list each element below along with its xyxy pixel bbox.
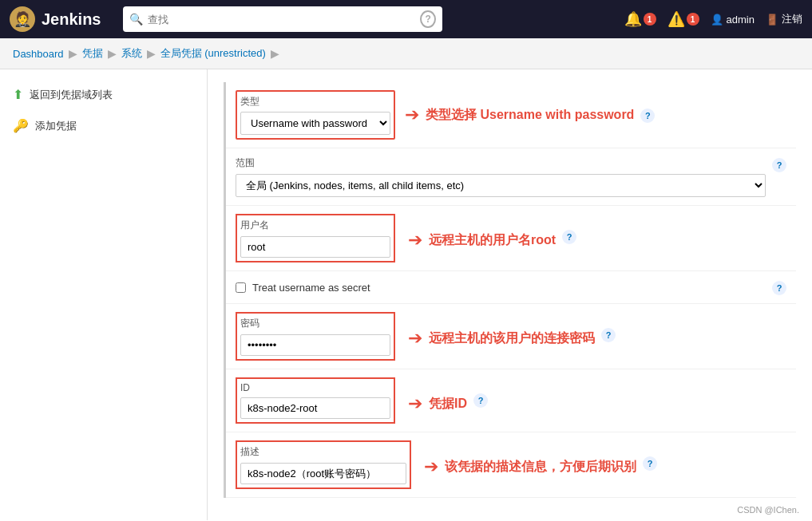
password-help-icon[interactable]: ? <box>601 328 616 342</box>
scope-select[interactable]: 全局 (Jenkins, nodes, items, all child ite… <box>236 174 766 197</box>
type-row: 类型 Username with password ➔ 类型选择 Usernam… <box>226 82 796 148</box>
sidebar-back-label: 返回到凭据域列表 <box>30 88 113 102</box>
type-label: 类型 <box>240 95 390 109</box>
desc-annotation-text: 该凭据的描述信息，方便后期识别 <box>445 459 636 476</box>
checkbox-row: Treat username as secret ? <box>226 271 796 304</box>
scope-row: 范围 全局 (Jenkins, nodes, items, all child … <box>226 148 796 206</box>
type-annotation-text: 类型选择 Username with password <box>426 107 634 124</box>
footer-note: CSDN @IChen. <box>737 505 799 515</box>
password-arrow-icon: ➔ <box>408 328 422 349</box>
breadcrumb-system[interactable]: 系统 <box>121 46 142 61</box>
id-annotation-text: 凭据ID <box>429 396 467 412</box>
admin-button[interactable]: 👤 admin <box>711 14 755 26</box>
breadcrumb-global[interactable]: 全局凭据 (unrestricted) <box>160 46 266 61</box>
type-field-box: 类型 Username with password <box>236 90 395 140</box>
username-row: 用户名 ➔ 远程主机的用户名root ? <box>226 206 796 271</box>
breadcrumb: Dashboard ▶ 凭据 ▶ 系统 ▶ 全局凭据 (unrestricted… <box>0 38 812 69</box>
breadcrumb-dashboard[interactable]: Dashboard <box>13 48 64 60</box>
logout-button[interactable]: 🚪 注销 <box>766 12 802 26</box>
treat-secret-checkbox[interactable] <box>236 282 246 293</box>
id-label: ID <box>240 382 390 393</box>
type-select[interactable]: Username with password <box>240 112 390 135</box>
bell-icon: 🔔 <box>624 10 642 28</box>
logo-text: Jenkins <box>42 10 101 29</box>
breadcrumb-sep-4: ▶ <box>271 47 279 60</box>
username-field-wrap: 用户名 <box>236 214 395 262</box>
id-row: ID ➔ 凭据ID ? <box>226 369 796 432</box>
username-help-icon[interactable]: ? <box>562 230 576 244</box>
form-section: 类型 Username with password ➔ 类型选择 Usernam… <box>224 82 796 498</box>
notifications-button[interactable]: 🔔 1 <box>624 10 656 28</box>
logout-icon: 🚪 <box>766 14 778 26</box>
arrow-up-icon: ⬆ <box>13 87 23 102</box>
breadcrumb-sep-3: ▶ <box>147 47 156 60</box>
username-label: 用户名 <box>240 219 390 232</box>
main-layout: ⬆ 返回到凭据域列表 🔑 添加凭据 类型 Username with passw… <box>0 69 812 520</box>
search-icon: 🔍 <box>129 13 143 26</box>
header-actions: 🔔 1 ⚠️ 1 👤 admin 🚪 注销 <box>624 10 802 28</box>
username-annotation-text: 远程主机的用户名root <box>429 232 556 249</box>
admin-label: admin <box>727 14 755 26</box>
desc-input[interactable] <box>240 463 406 484</box>
scope-label: 范围 <box>236 156 766 170</box>
desc-help-icon[interactable]: ? <box>643 456 657 471</box>
password-row: 密码 ➔ 远程主机的该用户的连接密码 ? <box>226 304 796 369</box>
desc-label: 描述 <box>240 445 406 459</box>
warning-badge: 1 <box>687 13 699 26</box>
search-help-icon[interactable]: ? <box>420 10 436 28</box>
username-input[interactable] <box>240 236 390 258</box>
logout-label: 注销 <box>782 12 802 26</box>
desc-row: 描述 ➔ 该凭据的描述信息，方便后期识别 ? <box>226 432 796 498</box>
sidebar-item-back[interactable]: ⬆ 返回到凭据域列表 <box>0 79 207 110</box>
password-input[interactable] <box>240 334 390 356</box>
key-icon: 🔑 <box>13 118 29 133</box>
scope-field: 范围 全局 (Jenkins, nodes, items, all child … <box>236 156 766 197</box>
type-annotation: ➔ 类型选择 Username with password <box>405 105 634 125</box>
warning-button[interactable]: ⚠️ 1 <box>667 10 699 28</box>
type-arrow-icon: ➔ <box>405 105 419 125</box>
sidebar-add-label: 添加凭据 <box>35 119 77 133</box>
logo-icon: 🤵 <box>10 6 35 32</box>
id-help-icon[interactable]: ? <box>473 393 488 408</box>
sidebar: ⬆ 返回到凭据域列表 🔑 添加凭据 <box>0 69 208 520</box>
desc-arrow-icon: ➔ <box>424 456 438 477</box>
id-input[interactable] <box>240 397 390 419</box>
password-annotation-text: 远程主机的该用户的连接密码 <box>429 330 595 347</box>
breadcrumb-sep-2: ▶ <box>108 47 117 60</box>
logo: 🤵 Jenkins <box>10 6 113 32</box>
scope-help-icon[interactable]: ? <box>772 158 786 172</box>
notification-badge: 1 <box>644 13 656 26</box>
id-arrow-icon: ➔ <box>408 393 422 414</box>
breadcrumb-credentials[interactable]: 凭据 <box>82 46 103 61</box>
treat-secret-label[interactable]: Treat username as secret <box>252 282 370 294</box>
password-label: 密码 <box>240 317 390 330</box>
type-help-icon[interactable]: ? <box>640 109 655 123</box>
search-input[interactable] <box>148 14 415 26</box>
breadcrumb-sep-1: ▶ <box>69 47 77 60</box>
warning-icon: ⚠️ <box>667 10 685 28</box>
username-arrow-icon: ➔ <box>408 230 422 251</box>
user-icon: 👤 <box>711 14 723 26</box>
content-area: 类型 Username with password ➔ 类型选择 Usernam… <box>208 69 812 520</box>
search-bar[interactable]: 🔍 ? <box>123 6 442 32</box>
header: 🤵 Jenkins 🔍 ? 🔔 1 ⚠️ 1 👤 admin 🚪 注销 <box>0 0 812 38</box>
sidebar-item-add[interactable]: 🔑 添加凭据 <box>0 110 207 141</box>
checkbox-help-icon[interactable]: ? <box>772 281 786 295</box>
